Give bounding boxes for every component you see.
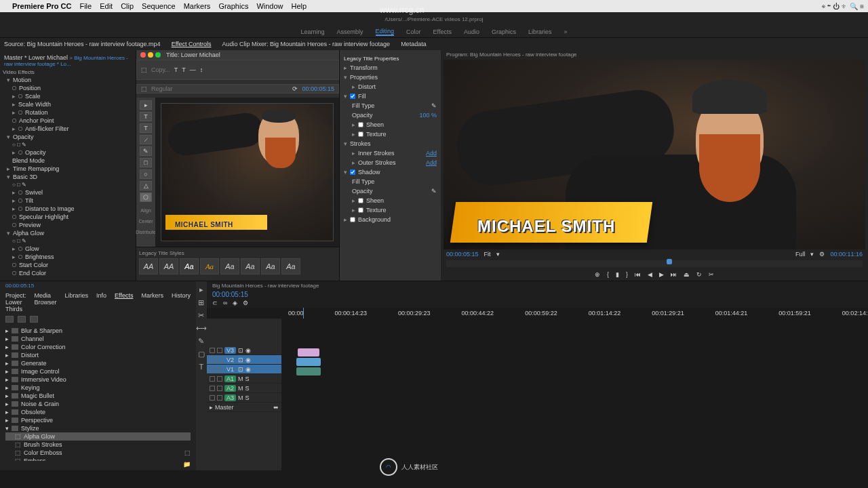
- fx-folder[interactable]: Immersive Video: [21, 376, 66, 383]
- title-preview[interactable]: MICHAEL SMITH: [161, 103, 334, 241]
- ec-blend[interactable]: Blend Mode: [12, 157, 45, 164]
- ec-startc[interactable]: Start Color: [19, 262, 48, 268]
- res-dropdown[interactable]: Full: [795, 251, 806, 258]
- fx-folder[interactable]: Channel: [21, 336, 44, 342]
- style-sw[interactable]: Aa: [241, 258, 260, 274]
- prop-inner[interactable]: Inner Strokes: [358, 150, 395, 157]
- tool-pencil[interactable]: ✎: [140, 146, 152, 156]
- ws-libraries[interactable]: Libraries: [528, 28, 552, 35]
- program-tc-left[interactable]: 00:00:05:15: [446, 251, 479, 258]
- ec-position[interactable]: Position: [19, 85, 41, 92]
- tool-select[interactable]: ▸: [140, 100, 152, 110]
- ec-bright[interactable]: Brightness: [25, 253, 54, 260]
- step-back[interactable]: ◀: [648, 271, 652, 278]
- prop-opacity[interactable]: Opacity: [352, 112, 373, 119]
- style-sw[interactable]: Aa: [220, 258, 239, 274]
- ec-antiflicker[interactable]: Anti-flicker Filter: [25, 125, 69, 132]
- tl-tool-hand[interactable]: ▢: [198, 350, 205, 359]
- ws-assembly[interactable]: Assembly: [337, 28, 363, 35]
- ws-effects[interactable]: Effects: [433, 28, 452, 35]
- prop-shadow[interactable]: Shadow: [358, 169, 380, 176]
- tab-effects[interactable]: Effects: [115, 292, 133, 312]
- ec-scalew[interactable]: Scale Width: [18, 101, 51, 108]
- prop-tex[interactable]: Texture: [366, 131, 387, 138]
- ec-endc[interactable]: End Color: [19, 270, 46, 277]
- view-icon[interactable]: [18, 316, 26, 323]
- ec-rotation[interactable]: Rotation: [25, 109, 48, 116]
- ec-spec[interactable]: Specular Highlight: [19, 214, 68, 220]
- tab-metadata[interactable]: Metadata: [401, 41, 427, 47]
- tool-type-v[interactable]: T: [140, 123, 152, 133]
- fx-folder-stylize[interactable]: Stylize: [21, 425, 39, 432]
- add-outer[interactable]: Add: [426, 159, 437, 166]
- style-sw[interactable]: Aa: [281, 258, 300, 274]
- fx-alpha-glow[interactable]: Alpha Glow: [24, 433, 55, 440]
- ec-swivel[interactable]: Swivel: [25, 189, 43, 196]
- style-sw[interactable]: Aa: [180, 258, 199, 274]
- play-button[interactable]: ▶: [659, 271, 664, 278]
- menu-file[interactable]: File: [79, 2, 92, 10]
- track-a3[interactable]: A3: [224, 394, 236, 401]
- ec-time[interactable]: Time Remapping: [13, 165, 59, 172]
- menu-help[interactable]: Help: [292, 2, 307, 10]
- tool-pen[interactable]: ⟋: [140, 135, 152, 144]
- title-topbar2[interactable]: ⬚Regular⟳ 00:00:05:15: [136, 84, 339, 94]
- tl-sequence-name[interactable]: Big Mountain Heroes - raw interview foot…: [207, 281, 868, 291]
- add-inner[interactable]: Add: [426, 150, 437, 157]
- track-v1[interactable]: V1: [224, 366, 236, 373]
- menu-window[interactable]: Window: [256, 2, 283, 10]
- fit-dropdown[interactable]: Fit: [484, 251, 491, 258]
- tl-link[interactable]: ∞: [223, 300, 227, 306]
- tab-history[interactable]: History: [172, 292, 191, 312]
- mark-in[interactable]: ⊕: [595, 271, 600, 278]
- ec-opacity-g[interactable]: Opacity: [13, 134, 34, 140]
- tool-shape-sel[interactable]: ⬡: [140, 192, 152, 202]
- track-a2[interactable]: A2: [224, 385, 236, 392]
- fx-folder[interactable]: Noise & Grain: [21, 401, 59, 407]
- menu-edit[interactable]: Edit: [100, 2, 113, 10]
- clip-title[interactable]: [298, 348, 319, 357]
- tab-info[interactable]: Info: [96, 292, 106, 312]
- next-frame[interactable]: ⏭: [671, 271, 677, 278]
- tab-media[interactable]: Media Browser: [35, 292, 57, 312]
- ec-scale[interactable]: Scale: [25, 93, 41, 100]
- ec-glow[interactable]: Glow: [25, 245, 39, 252]
- lift[interactable]: ⏏: [684, 271, 690, 278]
- fx-folder[interactable]: Image Control: [21, 368, 60, 375]
- ws-audio[interactable]: Audio: [464, 28, 479, 35]
- prev-frame[interactable]: ⏮: [635, 271, 641, 278]
- ec-motion[interactable]: Motion: [13, 77, 31, 83]
- fx-folder[interactable]: Distort: [21, 352, 39, 359]
- fx-item[interactable]: Brush Strokes: [24, 441, 62, 448]
- ws-more[interactable]: »: [564, 28, 568, 35]
- menu-clip[interactable]: Clip: [121, 2, 134, 10]
- fx-folder[interactable]: Perspective: [21, 417, 53, 424]
- tab-libs[interactable]: Libraries: [65, 292, 89, 312]
- clip-audio[interactable]: [296, 367, 321, 375]
- clip-video[interactable]: [296, 358, 321, 366]
- tl-timecode[interactable]: 00:00:05:15: [207, 291, 868, 298]
- ec-opacity[interactable]: Opacity: [25, 149, 46, 156]
- track-a1[interactable]: A1: [224, 375, 236, 382]
- fx-folder[interactable]: Obsolete: [21, 409, 45, 415]
- tl-tool-pen[interactable]: ✎: [198, 337, 204, 346]
- prop-distort[interactable]: Distort: [358, 83, 376, 90]
- fx-folder[interactable]: Magic Bullet: [21, 392, 54, 399]
- ec-tilt[interactable]: Tilt: [25, 197, 33, 204]
- tl-tool-slip[interactable]: ⟷: [196, 324, 207, 333]
- style-sw[interactable]: AA: [139, 258, 158, 274]
- tab-markers[interactable]: Markers: [141, 292, 163, 312]
- fill-check[interactable]: [350, 94, 355, 99]
- export-frame[interactable]: ✂: [709, 271, 714, 278]
- tl-settings[interactable]: ⚙: [243, 300, 248, 306]
- prop-bg[interactable]: Background: [358, 216, 391, 223]
- fx-folder[interactable]: Blur & Sharpen: [21, 327, 62, 334]
- style-sw[interactable]: Aa: [200, 258, 219, 274]
- menu-sequence[interactable]: Sequence: [142, 2, 176, 10]
- tab-audio-mixer[interactable]: Audio Clip Mixer: Big Mountain Heroes - …: [222, 41, 391, 47]
- ec-anchor[interactable]: Anchor Point: [19, 117, 54, 124]
- tl-tool-type[interactable]: T: [199, 363, 204, 371]
- tool-ellipse[interactable]: ○: [140, 169, 152, 179]
- tab-source[interactable]: Source: Big Mountain Heroes - raw interv…: [4, 41, 161, 47]
- ec-preview[interactable]: Preview: [19, 222, 41, 228]
